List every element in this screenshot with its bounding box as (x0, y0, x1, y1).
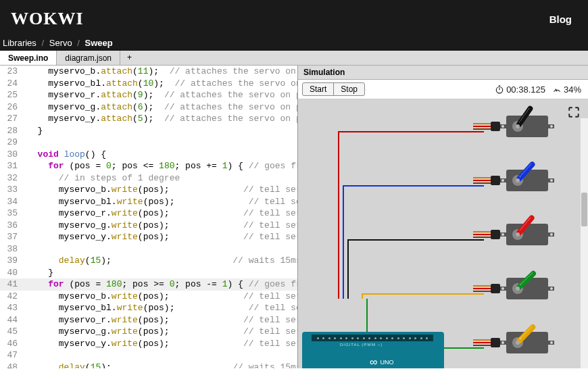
breadcrumb: Libraries / Servo / Sweep (0, 38, 588, 51)
code-content[interactable]: myservo_b.write(pos); // tell servo (27, 291, 297, 303)
code-line-33[interactable]: 33 myservo_b.write(pos); // tell servo (0, 184, 297, 196)
code-line-44[interactable]: 44 myservo_r.write(pos); // tell servo (0, 314, 297, 326)
logo[interactable]: WOKWI (11, 9, 84, 29)
simulation-toolbar: Start Stop 00:38.125 34% (298, 80, 588, 99)
servo-0[interactable] (500, 113, 554, 140)
breadcrumb-libraries[interactable]: Libraries (3, 38, 36, 48)
servo-screw (516, 124, 520, 128)
line-number: 26 (0, 101, 27, 114)
arduino-digital-pins[interactable] (312, 335, 433, 341)
code-editor[interactable]: 23 myservo_b.attach(11); // attaches the… (0, 66, 297, 368)
code-line-25[interactable]: 25 myservo_r.attach(9); // attaches the … (0, 89, 297, 101)
code-content[interactable]: myservo_g.attach(6); // attaches the ser… (27, 101, 297, 114)
code-content[interactable]: myservo_bl.write(pos); // tell servo (27, 196, 297, 208)
arduino-brand: ∞ UNO (370, 356, 393, 368)
code-line-48[interactable]: 48 delay(15); // waits 15ms fo (0, 362, 297, 369)
line-number: 48 (0, 362, 27, 369)
code-line-47[interactable]: 47 (0, 349, 297, 362)
code-content[interactable]: myservo_r.write(pos); // tell servo (27, 314, 297, 326)
code-content[interactable]: myservo_g.write(pos); // tell servo (27, 326, 297, 338)
code-content[interactable]: myservo_y.write(pos); // tell servo (27, 231, 297, 243)
line-number: 40 (0, 267, 27, 279)
line-number: 29 (0, 137, 27, 149)
start-button[interactable]: Start (302, 82, 334, 96)
stop-button[interactable]: Stop (333, 82, 365, 96)
servo-connector (473, 122, 500, 131)
code-line-23[interactable]: 23 myservo_b.attach(11); // attaches the… (0, 66, 297, 78)
line-number: 44 (0, 314, 27, 326)
code-line-38[interactable]: 38 (0, 243, 297, 255)
code-line-29[interactable]: 29 (0, 137, 297, 149)
code-line-45[interactable]: 45 myservo_g.write(pos); // tell servo (0, 326, 297, 338)
tab-add-button[interactable]: + (120, 51, 139, 65)
arduino-digital-label: DIGITAL (PWM ~) (340, 343, 383, 347)
code-line-28[interactable]: 28 } (0, 125, 297, 137)
line-number: 41 (0, 278, 27, 291)
sim-scrollbar[interactable] (581, 118, 588, 368)
code-content[interactable]: } (27, 125, 297, 137)
servo-screw (516, 232, 520, 237)
code-line-31[interactable]: 31 for (pos = 0; pos <= 180; pos += 1) {… (0, 160, 297, 172)
code-content[interactable] (27, 349, 297, 362)
code-line-26[interactable]: 26 myservo_g.attach(6); // attaches the … (0, 101, 297, 114)
line-number: 46 (0, 338, 27, 350)
code-line-40[interactable]: 40 } (0, 267, 297, 279)
servo-2[interactable] (500, 221, 554, 248)
code-content[interactable]: delay(15); // waits 15ms fo (27, 362, 297, 369)
breadcrumb-sep: / (77, 38, 80, 48)
tab-sweep-ino[interactable]: Sweep.ino (0, 51, 57, 65)
code-content[interactable]: void loop() { (27, 149, 297, 161)
sim-time: 00:38.125 (495, 84, 545, 95)
main-split: 23 myservo_b.attach(11); // attaches the… (0, 66, 588, 368)
simulation-panel: Simulation Start Stop 00:38.125 34% (297, 66, 588, 368)
code-line-35[interactable]: 35 myservo_r.write(pos); // tell servo (0, 207, 297, 220)
code-content[interactable]: } (27, 267, 297, 279)
code-line-46[interactable]: 46 myservo_y.write(pos); // tell servo (0, 338, 297, 350)
code-line-43[interactable]: 43 myservo_bl.write(pos); // tell servo (0, 302, 297, 314)
code-content[interactable]: myservo_y.attach(5); // attaches the ser… (27, 113, 297, 125)
simulation-header: Simulation (298, 66, 588, 80)
line-number: 39 (0, 255, 27, 267)
servo-connector (473, 230, 500, 239)
simulation-canvas[interactable]: DIGITAL (PWM ~) ∞ UNO (298, 99, 588, 368)
code-content[interactable]: myservo_g.write(pos); // tell servo (27, 220, 297, 232)
code-line-34[interactable]: 34 myservo_bl.write(pos); // tell servo (0, 196, 297, 208)
code-content[interactable]: myservo_y.write(pos); // tell servo (27, 338, 297, 350)
line-number: 38 (0, 243, 27, 255)
code-content[interactable]: myservo_bl.attach(10); // attaches the s… (27, 78, 297, 90)
servo-1[interactable] (500, 167, 554, 194)
code-content[interactable]: myservo_r.attach(9); // attaches the ser… (27, 89, 297, 101)
code-content[interactable]: delay(15); // waits 15ms fo (27, 255, 297, 267)
breadcrumb-current: Sweep (85, 38, 113, 48)
breadcrumb-servo[interactable]: Servo (49, 38, 72, 48)
code-content[interactable]: for (pos = 180; pos >= 0; pos -= 1) { //… (27, 278, 297, 291)
code-content[interactable]: myservo_bl.write(pos); // tell servo (27, 302, 297, 314)
code-line-37[interactable]: 37 myservo_y.write(pos); // tell servo (0, 231, 297, 243)
sim-scrollbar-thumb[interactable] (581, 193, 587, 226)
code-line-32[interactable]: 32 // in steps of 1 degree (0, 172, 297, 184)
line-number: 47 (0, 349, 27, 362)
code-line-41[interactable]: 41 for (pos = 180; pos >= 0; pos -= 1) {… (0, 278, 297, 291)
code-content[interactable]: // in steps of 1 degree (27, 172, 297, 184)
code-content[interactable] (27, 137, 297, 149)
tab-diagram-json[interactable]: diagram.json (57, 51, 120, 65)
code-content[interactable]: for (pos = 0; pos <= 180; pos += 1) { //… (27, 160, 297, 172)
servo-4[interactable] (500, 329, 554, 356)
servo-3[interactable] (500, 275, 554, 302)
code-line-36[interactable]: 36 myservo_g.write(pos); // tell servo (0, 220, 297, 232)
code-line-42[interactable]: 42 myservo_b.write(pos); // tell servo (0, 291, 297, 303)
simulation-status: 00:38.125 34% (495, 84, 581, 95)
code-content[interactable] (27, 243, 297, 255)
code-content[interactable]: myservo_b.attach(11); // attaches the se… (27, 66, 297, 78)
fullscreen-icon[interactable] (568, 106, 580, 118)
servo-connector (473, 284, 500, 293)
code-line-24[interactable]: 24 myservo_bl.attach(10); // attaches th… (0, 78, 297, 90)
blog-link[interactable]: Blog (549, 14, 572, 25)
code-line-39[interactable]: 39 delay(15); // waits 15ms fo (0, 255, 297, 267)
editor-tabs: Sweep.ino diagram.json + (0, 51, 588, 66)
code-line-30[interactable]: 30 void loop() { (0, 149, 297, 161)
code-content[interactable]: myservo_b.write(pos); // tell servo (27, 184, 297, 196)
code-line-27[interactable]: 27 myservo_y.attach(5); // attaches the … (0, 113, 297, 125)
code-content[interactable]: myservo_r.write(pos); // tell servo (27, 207, 297, 220)
arduino-board[interactable]: DIGITAL (PWM ~) ∞ UNO (302, 332, 444, 368)
